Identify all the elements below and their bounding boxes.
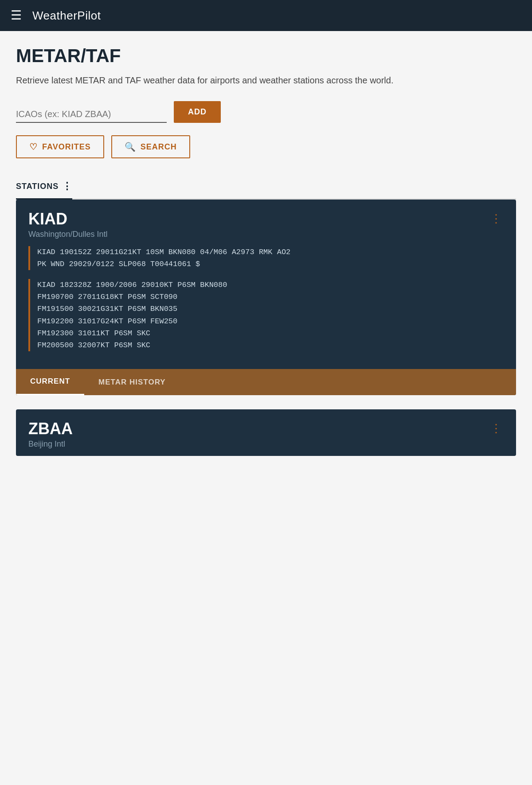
heart-icon: ♡ [29, 141, 38, 152]
metar-line-1: KIAD 190152Z 29011G21KT 10SM BKN080 04/M… [37, 246, 504, 258]
menu-icon[interactable]: ☰ [11, 9, 22, 22]
station-icao-kiad: KIAD [28, 210, 107, 228]
page-title: METAR/TAF [16, 45, 516, 67]
tab-stations[interactable]: STATIONS ⋮ [16, 174, 72, 200]
taf-line-6: FM200500 32007KT P6SM SKC [37, 339, 504, 351]
taf-line-2: FM190700 27011G18KT P6SM SCT090 [37, 291, 504, 303]
search-area: ADD [16, 101, 516, 123]
favorites-button[interactable]: ♡ FAVORITES [16, 135, 104, 158]
app-header: ☰ WeatherPilot [0, 0, 532, 31]
station-header-kiad: KIAD Washington/Dulles Intl ⋮ [16, 200, 516, 246]
search-label: SEARCH [141, 142, 177, 152]
station-info-kiad: KIAD Washington/Dulles Intl [28, 210, 107, 239]
stations-tab-bar: STATIONS ⋮ [16, 174, 516, 200]
station-menu-zbaa[interactable]: ⋮ [489, 420, 504, 437]
metar-block-kiad: KIAD 190152Z 29011G21KT 10SM BKN080 04/M… [28, 246, 504, 270]
app-title: WeatherPilot [32, 9, 101, 23]
tab-current-kiad[interactable]: CURRENT [16, 369, 84, 395]
weather-block-kiad: KIAD 190152Z 29011G21KT 10SM BKN080 04/M… [16, 246, 516, 369]
action-buttons: ♡ FAVORITES 🔍 SEARCH [16, 135, 516, 158]
station-card-zbaa: ZBAA Beijing Intl ⋮ [16, 409, 516, 456]
main-content: METAR/TAF Retrieve latest METAR and TAF … [0, 31, 532, 470]
add-button[interactable]: ADD [174, 101, 221, 123]
station-menu-kiad[interactable]: ⋮ [489, 210, 504, 228]
taf-block-kiad: KIAD 182328Z 1900/2006 29010KT P6SM BKN0… [28, 279, 504, 351]
taf-line-3: FM191500 30021G31KT P6SM BKN035 [37, 303, 504, 315]
page-description: Retrieve latest METAR and TAF weather da… [16, 74, 516, 87]
search-button[interactable]: 🔍 SEARCH [111, 135, 190, 158]
station-tabs-kiad: CURRENT METAR HISTORY [16, 369, 516, 395]
tab-stations-label: STATIONS [16, 182, 59, 191]
station-name-zbaa: Beijing Intl [28, 440, 73, 449]
search-icon: 🔍 [125, 141, 136, 152]
metar-line-2: PK WND 29029/0122 SLP068 T00441061 $ [37, 258, 504, 270]
tab-metar-history-kiad[interactable]: METAR HISTORY [84, 370, 180, 395]
station-info-zbaa: ZBAA Beijing Intl [28, 420, 73, 449]
station-card-kiad: KIAD Washington/Dulles Intl ⋮ KIAD 19015… [16, 200, 516, 395]
taf-line-1: KIAD 182328Z 1900/2006 29010KT P6SM BKN0… [37, 279, 504, 291]
taf-line-5: FM192300 31011KT P6SM SKC [37, 327, 504, 339]
tab-menu-icon[interactable]: ⋮ [62, 181, 72, 192]
stations-list: KIAD Washington/Dulles Intl ⋮ KIAD 19015… [16, 200, 516, 456]
station-name-kiad: Washington/Dulles Intl [28, 230, 107, 239]
icao-input-container [16, 109, 167, 123]
icao-input[interactable] [16, 109, 167, 119]
favorites-label: FAVORITES [42, 142, 91, 152]
station-header-zbaa: ZBAA Beijing Intl ⋮ [16, 409, 516, 456]
taf-line-4: FM192200 31017G24KT P6SM FEW250 [37, 315, 504, 327]
station-icao-zbaa: ZBAA [28, 420, 73, 438]
